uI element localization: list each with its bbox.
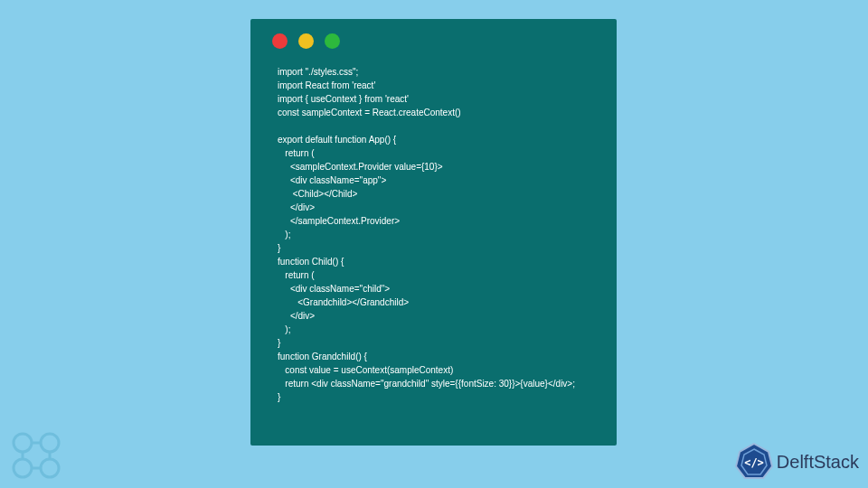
close-icon (272, 33, 288, 49)
svg-point-2 (14, 459, 32, 477)
svg-point-1 (41, 434, 59, 452)
svg-point-0 (14, 434, 32, 452)
watermark: </> DelftStack (735, 443, 859, 481)
background-decoration-icon (0, 416, 72, 488)
svg-point-3 (41, 459, 59, 477)
traffic-lights (250, 19, 617, 58)
maximize-icon (325, 33, 340, 49)
delftstack-logo-icon: </> (735, 443, 773, 481)
code-window: import "./styles.css"; import React from… (250, 19, 617, 446)
watermark-text: DelftStack (777, 452, 859, 473)
svg-text:</>: </> (744, 456, 764, 469)
minimize-icon (298, 33, 314, 49)
code-content: import "./styles.css"; import React from… (250, 58, 617, 422)
